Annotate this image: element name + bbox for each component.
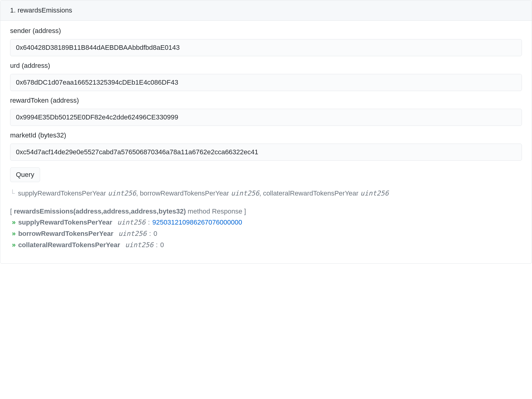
panel-title: 1. rewardsEmissions (10, 6, 72, 14)
response-var-name: borrowRewardTokensPerYear (18, 230, 113, 237)
bracket: [ (10, 207, 14, 215)
rewardtoken-input[interactable] (10, 109, 522, 126)
colon: : (149, 230, 151, 237)
response-row: » collateralRewardTokensPerYear uint256 … (10, 240, 522, 250)
query-button[interactable]: Query (10, 167, 40, 182)
return-signature: └ supplyRewardTokensPerYear uint256, bor… (10, 188, 522, 198)
response-var-type: uint256 (125, 241, 153, 249)
method-suffix: method Response ] (186, 207, 246, 215)
field-label: rewardToken (address) (10, 97, 522, 104)
return-param-name: borrowRewardTokensPerYear (140, 189, 229, 197)
field-urd: urd (address) (10, 62, 522, 91)
return-param-type: uint256 (231, 189, 259, 197)
return-param-name: supplyRewardTokensPerYear (18, 189, 106, 197)
return-param-type: uint256 (108, 189, 136, 197)
chevron-right-icon: » (12, 218, 16, 226)
sender-input[interactable] (10, 39, 522, 56)
field-rewardtoken: rewardToken (address) (10, 97, 522, 126)
separator: , (136, 189, 140, 197)
separator: , (259, 189, 263, 197)
field-marketid: marketId (bytes32) (10, 131, 522, 161)
response-var-name: supplyRewardTokensPerYear (18, 218, 112, 226)
response-var-type: uint256 (118, 230, 147, 237)
method-signature: rewardsEmissions(address,address,address… (14, 207, 186, 215)
panel-body: sender (address) urd (address) rewardTok… (0, 21, 532, 263)
response-var-type: uint256 (117, 218, 146, 226)
corner-icon: └ (10, 188, 15, 198)
response-var-name: collateralRewardTokensPerYear (18, 241, 120, 249)
urd-input[interactable] (10, 74, 522, 91)
return-param-type: uint256 (360, 189, 389, 197)
response-row: » supplyRewardTokensPerYear uint256 : 92… (10, 217, 522, 227)
field-sender: sender (address) (10, 27, 522, 56)
colon: : (148, 218, 150, 226)
field-label: sender (address) (10, 27, 522, 35)
return-param-name: collateralRewardTokensPerYear (263, 189, 358, 197)
panel-header[interactable]: 1. rewardsEmissions (0, 0, 532, 21)
function-panel: 1. rewardsEmissions sender (address) urd… (0, 0, 532, 264)
colon: : (156, 241, 158, 249)
response-value[interactable]: 925031210986267076000000 (152, 218, 242, 226)
chevron-right-icon: » (12, 230, 16, 237)
chevron-right-icon: » (12, 241, 16, 249)
field-label: urd (address) (10, 62, 522, 70)
marketid-input[interactable] (10, 144, 522, 161)
response-row: » borrowRewardTokensPerYear uint256 : 0 (10, 229, 522, 239)
response-value: 0 (153, 230, 157, 237)
response-header: [ rewardsEmissions(address,address,addre… (10, 207, 522, 215)
response-value: 0 (160, 241, 164, 249)
field-label: marketId (bytes32) (10, 131, 522, 139)
